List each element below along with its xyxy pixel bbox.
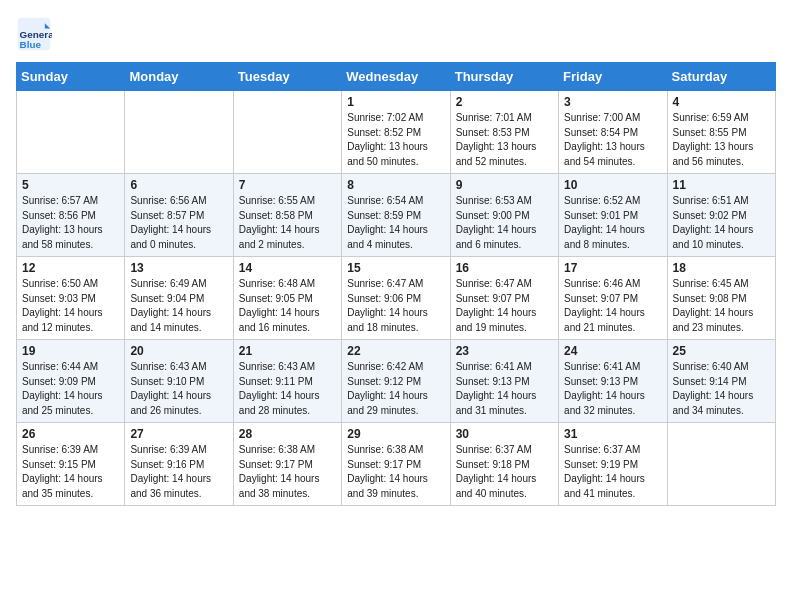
day-number: 5 — [22, 178, 119, 192]
calendar-cell: 30Sunrise: 6:37 AMSunset: 9:18 PMDayligh… — [450, 423, 558, 506]
day-number: 30 — [456, 427, 553, 441]
page-header: General Blue — [16, 16, 776, 52]
calendar-cell: 29Sunrise: 6:38 AMSunset: 9:17 PMDayligh… — [342, 423, 450, 506]
weekday-header-friday: Friday — [559, 63, 667, 91]
calendar-cell: 18Sunrise: 6:45 AMSunset: 9:08 PMDayligh… — [667, 257, 775, 340]
day-info: Sunrise: 6:51 AMSunset: 9:02 PMDaylight:… — [673, 194, 770, 252]
day-info: Sunrise: 6:59 AMSunset: 8:55 PMDaylight:… — [673, 111, 770, 169]
calendar-cell: 31Sunrise: 6:37 AMSunset: 9:19 PMDayligh… — [559, 423, 667, 506]
day-info: Sunrise: 7:02 AMSunset: 8:52 PMDaylight:… — [347, 111, 444, 169]
day-number: 9 — [456, 178, 553, 192]
day-number: 10 — [564, 178, 661, 192]
calendar-cell: 9Sunrise: 6:53 AMSunset: 9:00 PMDaylight… — [450, 174, 558, 257]
day-info: Sunrise: 6:42 AMSunset: 9:12 PMDaylight:… — [347, 360, 444, 418]
day-info: Sunrise: 6:44 AMSunset: 9:09 PMDaylight:… — [22, 360, 119, 418]
day-info: Sunrise: 6:52 AMSunset: 9:01 PMDaylight:… — [564, 194, 661, 252]
calendar-cell — [233, 91, 341, 174]
day-info: Sunrise: 6:41 AMSunset: 9:13 PMDaylight:… — [456, 360, 553, 418]
day-info: Sunrise: 6:43 AMSunset: 9:10 PMDaylight:… — [130, 360, 227, 418]
day-info: Sunrise: 6:39 AMSunset: 9:15 PMDaylight:… — [22, 443, 119, 501]
day-number: 26 — [22, 427, 119, 441]
day-number: 3 — [564, 95, 661, 109]
day-number: 4 — [673, 95, 770, 109]
calendar-cell: 6Sunrise: 6:56 AMSunset: 8:57 PMDaylight… — [125, 174, 233, 257]
day-number: 27 — [130, 427, 227, 441]
calendar-cell: 10Sunrise: 6:52 AMSunset: 9:01 PMDayligh… — [559, 174, 667, 257]
calendar-cell — [667, 423, 775, 506]
weekday-header-thursday: Thursday — [450, 63, 558, 91]
calendar-week-row: 5Sunrise: 6:57 AMSunset: 8:56 PMDaylight… — [17, 174, 776, 257]
day-number: 17 — [564, 261, 661, 275]
calendar-cell: 28Sunrise: 6:38 AMSunset: 9:17 PMDayligh… — [233, 423, 341, 506]
day-info: Sunrise: 6:48 AMSunset: 9:05 PMDaylight:… — [239, 277, 336, 335]
calendar-cell: 20Sunrise: 6:43 AMSunset: 9:10 PMDayligh… — [125, 340, 233, 423]
day-number: 15 — [347, 261, 444, 275]
calendar-cell: 17Sunrise: 6:46 AMSunset: 9:07 PMDayligh… — [559, 257, 667, 340]
day-number: 20 — [130, 344, 227, 358]
calendar-cell — [17, 91, 125, 174]
calendar-cell: 12Sunrise: 6:50 AMSunset: 9:03 PMDayligh… — [17, 257, 125, 340]
weekday-header-saturday: Saturday — [667, 63, 775, 91]
calendar-cell: 1Sunrise: 7:02 AMSunset: 8:52 PMDaylight… — [342, 91, 450, 174]
day-number: 25 — [673, 344, 770, 358]
calendar-cell: 21Sunrise: 6:43 AMSunset: 9:11 PMDayligh… — [233, 340, 341, 423]
day-info: Sunrise: 6:55 AMSunset: 8:58 PMDaylight:… — [239, 194, 336, 252]
day-number: 13 — [130, 261, 227, 275]
day-number: 29 — [347, 427, 444, 441]
day-info: Sunrise: 6:47 AMSunset: 9:07 PMDaylight:… — [456, 277, 553, 335]
day-number: 1 — [347, 95, 444, 109]
calendar-week-row: 1Sunrise: 7:02 AMSunset: 8:52 PMDaylight… — [17, 91, 776, 174]
calendar-cell: 27Sunrise: 6:39 AMSunset: 9:16 PMDayligh… — [125, 423, 233, 506]
weekday-header-monday: Monday — [125, 63, 233, 91]
day-info: Sunrise: 6:50 AMSunset: 9:03 PMDaylight:… — [22, 277, 119, 335]
calendar-cell — [125, 91, 233, 174]
day-number: 23 — [456, 344, 553, 358]
calendar-cell: 11Sunrise: 6:51 AMSunset: 9:02 PMDayligh… — [667, 174, 775, 257]
calendar-cell: 16Sunrise: 6:47 AMSunset: 9:07 PMDayligh… — [450, 257, 558, 340]
day-number: 8 — [347, 178, 444, 192]
day-number: 19 — [22, 344, 119, 358]
calendar-cell: 5Sunrise: 6:57 AMSunset: 8:56 PMDaylight… — [17, 174, 125, 257]
day-info: Sunrise: 6:40 AMSunset: 9:14 PMDaylight:… — [673, 360, 770, 418]
calendar-cell: 22Sunrise: 6:42 AMSunset: 9:12 PMDayligh… — [342, 340, 450, 423]
day-info: Sunrise: 6:57 AMSunset: 8:56 PMDaylight:… — [22, 194, 119, 252]
day-info: Sunrise: 6:46 AMSunset: 9:07 PMDaylight:… — [564, 277, 661, 335]
day-number: 16 — [456, 261, 553, 275]
day-number: 24 — [564, 344, 661, 358]
calendar-cell: 8Sunrise: 6:54 AMSunset: 8:59 PMDaylight… — [342, 174, 450, 257]
logo: General Blue — [16, 16, 56, 52]
day-info: Sunrise: 6:49 AMSunset: 9:04 PMDaylight:… — [130, 277, 227, 335]
day-number: 6 — [130, 178, 227, 192]
calendar-cell: 13Sunrise: 6:49 AMSunset: 9:04 PMDayligh… — [125, 257, 233, 340]
day-info: Sunrise: 6:38 AMSunset: 9:17 PMDaylight:… — [347, 443, 444, 501]
day-info: Sunrise: 6:37 AMSunset: 9:18 PMDaylight:… — [456, 443, 553, 501]
day-info: Sunrise: 6:41 AMSunset: 9:13 PMDaylight:… — [564, 360, 661, 418]
weekday-header-row: SundayMondayTuesdayWednesdayThursdayFrid… — [17, 63, 776, 91]
day-number: 28 — [239, 427, 336, 441]
calendar-week-row: 12Sunrise: 6:50 AMSunset: 9:03 PMDayligh… — [17, 257, 776, 340]
day-info: Sunrise: 6:38 AMSunset: 9:17 PMDaylight:… — [239, 443, 336, 501]
calendar-cell: 24Sunrise: 6:41 AMSunset: 9:13 PMDayligh… — [559, 340, 667, 423]
calendar-cell: 3Sunrise: 7:00 AMSunset: 8:54 PMDaylight… — [559, 91, 667, 174]
calendar-week-row: 19Sunrise: 6:44 AMSunset: 9:09 PMDayligh… — [17, 340, 776, 423]
calendar-cell: 4Sunrise: 6:59 AMSunset: 8:55 PMDaylight… — [667, 91, 775, 174]
day-info: Sunrise: 6:53 AMSunset: 9:00 PMDaylight:… — [456, 194, 553, 252]
day-number: 31 — [564, 427, 661, 441]
day-number: 11 — [673, 178, 770, 192]
day-info: Sunrise: 6:45 AMSunset: 9:08 PMDaylight:… — [673, 277, 770, 335]
weekday-header-tuesday: Tuesday — [233, 63, 341, 91]
day-info: Sunrise: 7:01 AMSunset: 8:53 PMDaylight:… — [456, 111, 553, 169]
day-number: 22 — [347, 344, 444, 358]
day-info: Sunrise: 7:00 AMSunset: 8:54 PMDaylight:… — [564, 111, 661, 169]
day-info: Sunrise: 6:56 AMSunset: 8:57 PMDaylight:… — [130, 194, 227, 252]
logo-icon: General Blue — [16, 16, 52, 52]
day-number: 21 — [239, 344, 336, 358]
calendar-week-row: 26Sunrise: 6:39 AMSunset: 9:15 PMDayligh… — [17, 423, 776, 506]
day-number: 7 — [239, 178, 336, 192]
day-number: 12 — [22, 261, 119, 275]
day-number: 14 — [239, 261, 336, 275]
calendar-table: SundayMondayTuesdayWednesdayThursdayFrid… — [16, 62, 776, 506]
calendar-cell: 7Sunrise: 6:55 AMSunset: 8:58 PMDaylight… — [233, 174, 341, 257]
day-info: Sunrise: 6:54 AMSunset: 8:59 PMDaylight:… — [347, 194, 444, 252]
calendar-cell: 15Sunrise: 6:47 AMSunset: 9:06 PMDayligh… — [342, 257, 450, 340]
